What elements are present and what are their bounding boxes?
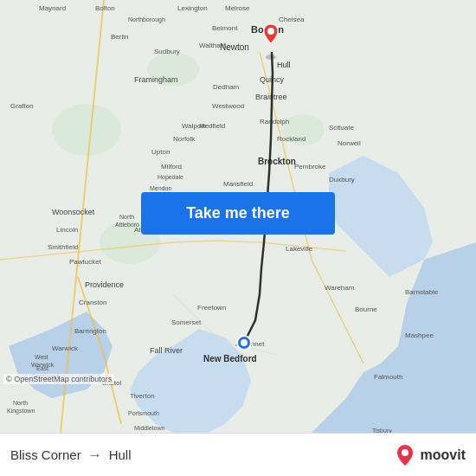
svg-text:Mendon: Mendon	[150, 185, 171, 191]
svg-text:West: West	[35, 354, 48, 360]
svg-text:Sudbury: Sudbury	[154, 48, 180, 55]
origin-label: Bliss Corner	[10, 447, 81, 462]
take-me-there-button[interactable]: Take me there	[141, 192, 335, 235]
bottom-bar: Bliss Corner → Hull moovit	[0, 433, 476, 476]
svg-text:Randolph: Randolph	[260, 118, 289, 125]
svg-text:Bourne: Bourne	[355, 306, 377, 313]
svg-point-85	[241, 339, 248, 346]
svg-text:Hull: Hull	[277, 61, 291, 69]
svg-text:Walpole: Walpole	[182, 122, 207, 130]
svg-text:Framingham: Framingham	[134, 75, 178, 84]
svg-point-86	[402, 449, 408, 456]
svg-point-82	[266, 55, 276, 60]
svg-text:Duxbury: Duxbury	[329, 176, 355, 183]
svg-text:New Bedford: New Bedford	[203, 354, 257, 363]
svg-text:Bolton: Bolton	[95, 4, 115, 12]
svg-text:Providence: Providence	[85, 280, 124, 289]
svg-text:Rockland: Rockland	[277, 135, 306, 143]
svg-text:Berlin: Berlin	[111, 33, 128, 41]
destination-label: Hull	[109, 447, 132, 462]
arrow-right-icon: →	[88, 447, 102, 463]
take-me-there-label: Take me there	[186, 204, 290, 222]
osm-attribution: © OpenStreetMap contributors	[3, 374, 114, 384]
svg-text:Westwood: Westwood	[212, 102, 244, 110]
moovit-text: moovit	[421, 447, 466, 463]
moovit-icon	[393, 443, 417, 467]
svg-text:Barnstable: Barnstable	[405, 288, 439, 296]
svg-text:Kingstown: Kingstown	[7, 408, 35, 415]
svg-text:Portsmouth: Portsmouth	[128, 410, 159, 416]
svg-text:Brockton: Brockton	[258, 157, 296, 166]
svg-text:Warwick: Warwick	[31, 362, 55, 368]
svg-text:Barrington: Barrington	[74, 327, 106, 335]
svg-text:Melrose: Melrose	[225, 4, 250, 12]
svg-point-83	[267, 28, 274, 35]
svg-text:Mansfield: Mansfield	[223, 180, 253, 188]
svg-text:Wareham: Wareham	[325, 284, 355, 292]
svg-text:Warwick: Warwick	[52, 344, 79, 352]
svg-text:Lakeville: Lakeville	[286, 245, 313, 253]
svg-text:Pembroke: Pembroke	[294, 163, 326, 170]
svg-text:Attleboro: Attleboro	[115, 222, 139, 228]
svg-text:Mashpee: Mashpee	[405, 331, 434, 339]
svg-text:Maynard: Maynard	[39, 4, 66, 12]
svg-text:Tiverton: Tiverton	[130, 392, 155, 400]
svg-text:Cranston: Cranston	[79, 299, 106, 306]
svg-text:Somerset: Somerset	[171, 318, 202, 326]
svg-text:Pawtucket: Pawtucket	[69, 258, 102, 266]
moovit-logo: moovit	[393, 443, 466, 467]
svg-text:Grafton: Grafton	[10, 102, 34, 110]
svg-text:Scituate: Scituate	[329, 124, 354, 132]
svg-text:Fall River: Fall River	[150, 346, 183, 355]
svg-text:Hopedale: Hopedale	[158, 174, 183, 181]
map-container: Boston Newton Hull Quincy Braintree Fram…	[0, 0, 476, 433]
svg-text:Norwell: Norwell	[338, 139, 361, 147]
svg-text:Lexington: Lexington	[177, 4, 208, 12]
svg-text:Middletown: Middletown	[134, 425, 165, 431]
svg-text:Upton: Upton	[151, 148, 170, 156]
svg-point-6	[52, 104, 121, 156]
svg-text:North: North	[13, 400, 28, 406]
svg-text:Northborough: Northborough	[128, 16, 165, 23]
svg-text:Waltham: Waltham	[199, 42, 227, 49]
svg-text:Woonsocket: Woonsocket	[52, 208, 95, 216]
svg-text:Belmont: Belmont	[212, 24, 238, 32]
svg-text:Smithfield: Smithfield	[48, 243, 78, 251]
route-info: Bliss Corner → Hull	[10, 447, 132, 463]
svg-text:Lincoln: Lincoln	[56, 226, 78, 234]
svg-text:Freetown: Freetown	[197, 304, 226, 312]
svg-text:Milford: Milford	[161, 163, 182, 170]
svg-text:Norfolk: Norfolk	[173, 135, 196, 143]
svg-text:Falmouth: Falmouth	[374, 373, 402, 381]
svg-text:Dedham: Dedham	[213, 83, 240, 91]
svg-text:Chelsea: Chelsea	[279, 16, 305, 23]
svg-text:North: North	[119, 214, 134, 220]
